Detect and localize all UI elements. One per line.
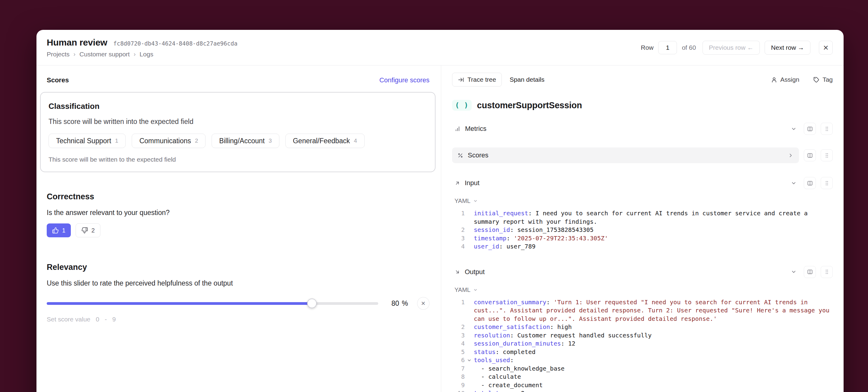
input-drag-handle[interactable] xyxy=(821,177,833,189)
scores-columns-button[interactable] xyxy=(804,149,816,161)
relevancy-slider[interactable] xyxy=(47,298,378,308)
line-number: 10 xyxy=(452,389,465,392)
option-shortcut: 1 xyxy=(115,138,119,144)
grip-icon xyxy=(824,180,830,186)
percent-icon xyxy=(458,153,463,158)
option-label: Technical Support xyxy=(56,137,111,145)
span-header: ( ) customerSupportSession xyxy=(452,100,833,111)
correctness-title: Correctness xyxy=(47,192,430,202)
relevancy-title: Relevancy xyxy=(47,263,430,272)
code-line: 3resolution: Customer request handled su… xyxy=(452,331,833,340)
breadcrumb-customer-support[interactable]: Customer support xyxy=(80,51,130,58)
option-billing-account[interactable]: Billing/Account 3 xyxy=(212,133,279,148)
output-format-dropdown[interactable]: YAML xyxy=(455,287,478,293)
line-gutter xyxy=(465,373,474,381)
chevron-right-icon xyxy=(788,153,794,158)
code-line: 5status: completed xyxy=(452,348,833,356)
trace-tree-button[interactable]: Trace tree xyxy=(452,73,502,87)
code-line-content: - create_document xyxy=(474,381,833,390)
code-line-content: - calculate xyxy=(474,373,833,381)
option-general-feedback[interactable]: General/Feedback 4 xyxy=(285,133,365,148)
option-shortcut: 2 xyxy=(195,138,198,144)
code-line: 4session_duration_minutes: 12 xyxy=(452,339,833,348)
relevancy-description: Use this slider to rate the perceived he… xyxy=(47,279,430,288)
breadcrumb-logs[interactable]: Logs xyxy=(140,51,153,58)
trace-id: fc8d0720-db43-4624-8408-d8c27ae96cda xyxy=(113,40,238,47)
collapse-toggle-icon[interactable] xyxy=(465,356,474,365)
option-shortcut: 3 xyxy=(269,138,272,144)
line-gutter xyxy=(465,389,474,392)
line-gutter xyxy=(465,381,474,390)
arrow-down-right-icon xyxy=(455,269,460,275)
previous-row-button[interactable]: Previous row ← xyxy=(703,41,760,55)
line-gutter xyxy=(465,298,474,323)
chevron-down-icon xyxy=(473,199,478,203)
chevron-down-icon xyxy=(473,288,478,292)
close-button[interactable]: × xyxy=(819,41,833,55)
option-technical-support[interactable]: Technical Support 1 xyxy=(49,133,126,148)
grip-icon xyxy=(824,269,830,275)
metrics-columns-button[interactable] xyxy=(804,123,816,135)
tag-button[interactable]: Tag xyxy=(813,76,833,83)
slider-handle[interactable] xyxy=(307,299,317,308)
line-number: 5 xyxy=(452,348,465,356)
thumbs-up-button[interactable]: 1 xyxy=(47,223,71,237)
slider-value-unit: % xyxy=(402,299,408,308)
next-row-button[interactable]: Next row → xyxy=(765,41,810,55)
grip-icon xyxy=(824,126,830,132)
code-line: 4user_id: user_789 xyxy=(452,242,833,251)
output-drag-handle[interactable] xyxy=(821,266,833,278)
line-gutter xyxy=(465,209,474,226)
metrics-icon xyxy=(455,126,461,132)
slider-track[interactable] xyxy=(47,302,378,305)
slider-value-number: 80 xyxy=(392,299,399,308)
code-line: 9 - create_document xyxy=(452,381,833,390)
code-line-content: tools_used: xyxy=(474,356,833,365)
code-line-content: - search_knowledge_base xyxy=(474,365,833,373)
clear-score-button[interactable]: × xyxy=(417,297,430,310)
breadcrumb-separator-icon: › xyxy=(73,51,76,58)
code-line: 1initial_request: I need you to search f… xyxy=(452,209,833,226)
row-number-input[interactable] xyxy=(658,41,677,54)
columns-icon xyxy=(807,126,813,132)
close-icon: × xyxy=(823,43,829,52)
code-line: 1conversation_summary: 'Turn 1: User req… xyxy=(452,298,833,323)
scores-panel-title: Scores xyxy=(47,76,69,84)
code-line: 2customer_satisfaction: high xyxy=(452,323,833,331)
thumbs-up-shortcut: 1 xyxy=(62,227,65,234)
metrics-label: Metrics xyxy=(465,125,487,133)
line-number: 3 xyxy=(452,331,465,340)
score-hint-label: Set score value xyxy=(47,316,90,323)
trace-tree-icon xyxy=(458,77,464,83)
chevron-down-icon xyxy=(791,126,797,132)
line-number: 7 xyxy=(452,365,465,373)
thumbs-down-button[interactable]: 2 xyxy=(76,223,100,237)
option-label: Communications xyxy=(139,137,191,145)
code-line-content: customer_satisfaction: high xyxy=(474,323,833,331)
columns-icon xyxy=(807,180,813,186)
scores-drag-handle[interactable] xyxy=(821,149,833,161)
code-line-content: initial_request: I need you to search fo… xyxy=(474,209,833,226)
metrics-section-toggle[interactable]: Metrics xyxy=(452,121,799,137)
app-background: Human review fc8d0720-db43-4624-8408-d8c… xyxy=(0,0,868,392)
metrics-drag-handle[interactable] xyxy=(821,123,833,135)
code-line-content: total_turns: 2 xyxy=(474,389,833,392)
scores-section-toggle[interactable]: Scores xyxy=(452,147,799,163)
code-line-content: conversation_summary: 'Turn 1: User requ… xyxy=(474,298,833,323)
row-total: of 60 xyxy=(682,44,696,51)
breadcrumb-projects[interactable]: Projects xyxy=(47,51,70,58)
input-format-dropdown[interactable]: YAML xyxy=(455,198,478,205)
code-line-content: timestamp: '2025-07-29T22:35:43.305Z' xyxy=(474,234,833,243)
output-columns-button[interactable] xyxy=(804,266,816,278)
user-icon xyxy=(771,77,777,83)
assign-button[interactable]: Assign xyxy=(771,76,799,83)
input-section-toggle[interactable]: Input xyxy=(452,175,799,191)
slider-value: 80 % xyxy=(392,299,408,308)
modal-body: Scores Configure scores Classification T… xyxy=(36,65,844,392)
input-columns-button[interactable] xyxy=(804,177,816,189)
output-section-toggle[interactable]: Output xyxy=(452,264,799,280)
correctness-description: Is the answer relevant to your question? xyxy=(47,209,430,217)
configure-scores-link[interactable]: Configure scores xyxy=(379,76,430,84)
tab-span-details[interactable]: Span details xyxy=(510,76,545,83)
option-communications[interactable]: Communications 2 xyxy=(132,133,206,148)
